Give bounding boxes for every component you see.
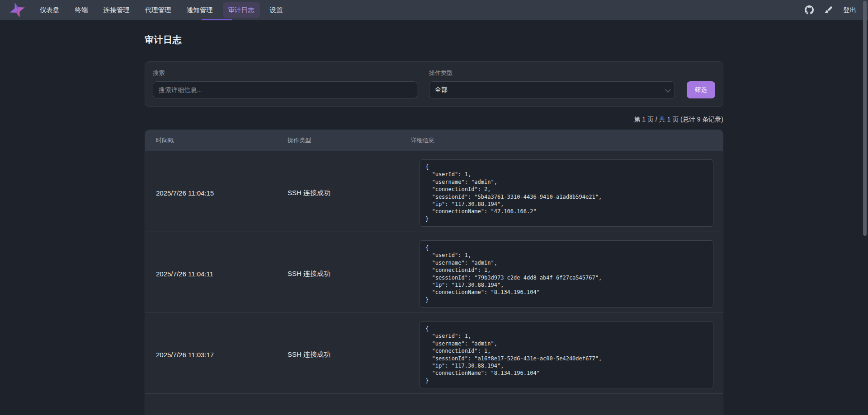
operation-type-select[interactable]: 全部 — [429, 81, 675, 98]
cell-operation-type: SSH 连接成功 — [288, 270, 411, 278]
filter-button[interactable]: 筛选 — [687, 81, 715, 98]
cell-timestamp: 2025/7/26 11:04:11 — [145, 270, 288, 278]
cell-details-json: { "userId": 1, "username": "admin", "con… — [420, 240, 713, 308]
audit-log-table: 时间戳 操作类型 详细信息 2025/7/26 11:04:15 SSH 连接成… — [145, 130, 723, 415]
app-logo-icon[interactable] — [8, 1, 26, 19]
operation-type-selected-value: 全部 — [435, 86, 448, 94]
nav-item-notifications[interactable]: 通知管理 — [181, 2, 218, 18]
cell-timestamp: 2025/7/26 11:03:17 — [145, 351, 288, 359]
header-operation-type: 操作类型 — [288, 136, 411, 145]
cell-operation-type: SSH 连接成功 — [288, 189, 411, 197]
nav-item-terminal[interactable]: 终端 — [70, 2, 94, 18]
cell-operation-type: SSH 连接成功 — [288, 350, 411, 359]
scrollbar-track[interactable] — [862, 0, 868, 415]
top-navbar: 仪表盘 终端 连接管理 代理管理 通知管理 审计日志 设置 登出 — [0, 0, 868, 20]
nav-item-connections[interactable]: 连接管理 — [98, 2, 135, 18]
operation-type-label: 操作类型 — [429, 69, 675, 77]
table-row: 2025/7/26 11:03:17 SSH 连接成功 { "userId": … — [145, 312, 723, 393]
paintbrush-icon[interactable] — [824, 5, 833, 15]
cell-timestamp: 2025/7/26 11:04:15 — [145, 189, 288, 197]
scrollbar-thumb[interactable] — [863, 1, 867, 236]
nav-item-proxies[interactable]: 代理管理 — [140, 2, 177, 18]
active-tab-underline — [202, 19, 232, 20]
table-row: 2025/7/26 11:04:11 SSH 连接成功 { "userId": … — [145, 232, 723, 312]
cell-details-json: { "userId": 1, "username": "admin", "con… — [420, 321, 713, 388]
nav-item-dashboard[interactable]: 仪表盘 — [34, 2, 65, 18]
pagination-info: 第 1 页 / 共 1 页 (总计 9 条记录) — [145, 116, 723, 124]
chevron-down-icon — [665, 86, 671, 92]
search-input[interactable] — [153, 81, 417, 98]
github-icon[interactable] — [804, 5, 814, 15]
cell-details-json: { "userId": 1, "username": "admin", "con… — [420, 159, 713, 227]
nav-item-audit-logs[interactable]: 审计日志 — [223, 2, 260, 18]
logout-button[interactable]: 登出 — [843, 6, 856, 14]
header-timestamp: 时间戳 — [145, 136, 288, 145]
main-content: 审计日志 搜索 操作类型 全部 筛选 第 1 页 / 共 1 页 (总计 9 条… — [145, 20, 723, 415]
navbar-right: 登出 — [804, 5, 856, 15]
filter-card: 搜索 操作类型 全部 筛选 — [145, 61, 723, 107]
table-row: 2025/7/26 11:04:15 SSH 连接成功 { "userId": … — [145, 151, 723, 232]
title-divider — [145, 54, 723, 54]
nav-item-settings[interactable]: 设置 — [264, 2, 288, 18]
search-label: 搜索 — [153, 69, 417, 77]
table-header-row: 时间戳 操作类型 详细信息 — [145, 130, 723, 151]
page-title: 审计日志 — [145, 34, 723, 46]
header-details: 详细信息 — [411, 136, 723, 145]
main-nav: 仪表盘 终端 连接管理 代理管理 通知管理 审计日志 设置 — [34, 2, 288, 18]
